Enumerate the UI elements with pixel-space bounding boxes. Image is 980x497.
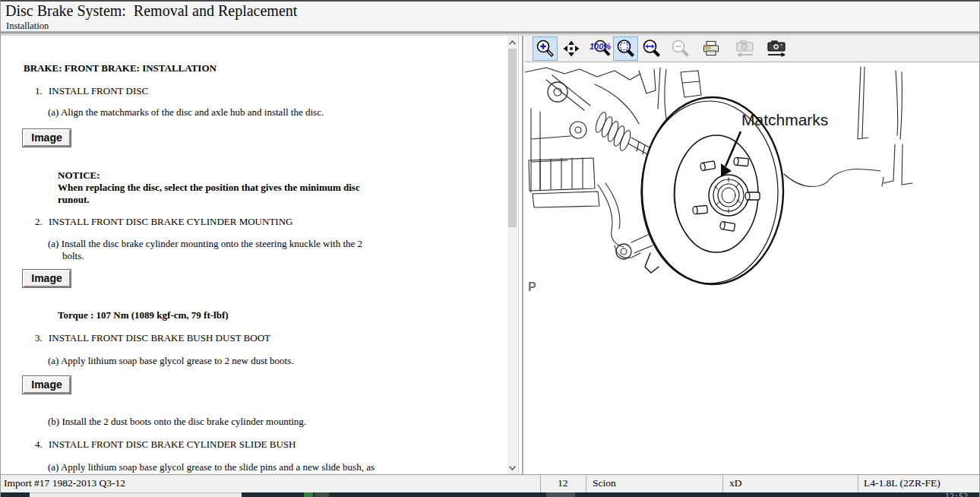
matchmarks-label: Matchmarks — [741, 111, 828, 128]
scrollbar-thumb[interactable] — [508, 49, 517, 227]
title-bar: Disc Brake System: Removal and Replaceme… — [1, 2, 979, 31]
zoom-out-icon — [671, 39, 691, 59]
taskbar-search-box[interactable] — [30, 492, 242, 497]
taskbar-active-app[interactable] — [546, 492, 575, 497]
document-panel: BRAKE: FRONT BRAKE: INSTALLATION 1.INSTA… — [1, 36, 519, 474]
zoom-100-button[interactable]: 100% — [588, 36, 613, 61]
next-image-icon — [765, 39, 788, 59]
step-2a-text: (a) Install the disc brake cylinder moun… — [48, 238, 368, 262]
zoom-fit-width-button[interactable] — [639, 36, 664, 61]
previous-image-button[interactable] — [729, 36, 760, 61]
step-4-title: 4.INSTALL FRONT DISC BRAKE CYLINDER SLID… — [35, 438, 296, 451]
status-model: xD — [722, 475, 858, 493]
status-make: Scion — [586, 475, 722, 493]
previous-image-icon — [733, 39, 756, 59]
notice-text: When replacing the disc, select the posi… — [58, 182, 362, 206]
step-3-number: 3. — [35, 332, 49, 344]
zoom-100-icon: 100% — [590, 39, 612, 59]
step-3-text: INSTALL FRONT DISC BRAKE BUSH DUST BOOT — [49, 332, 270, 343]
zoom-fit-icon — [616, 39, 636, 59]
doc-heading: BRAKE: FRONT BRAKE: INSTALLATION — [24, 62, 217, 74]
image-button-2[interactable]: Image — [23, 270, 71, 287]
scroll-down-button[interactable] — [507, 461, 517, 474]
print-button[interactable] — [698, 36, 723, 61]
status-bar: Import #17 1982-2013 Q3-12 12 Scion xD L… — [1, 474, 979, 492]
document-content: BRAKE: FRONT BRAKE: INSTALLATION 1.INSTA… — [1, 36, 518, 474]
step-2-title: 2.INSTALL FRONT DISC BRAKE CYLINDER MOUN… — [35, 216, 292, 228]
chevron-up-icon — [508, 40, 517, 46]
torque-spec: Torque : 107 Nm (1089 kgf-cm, 79 ft-lbf) — [58, 309, 229, 321]
pan-icon — [561, 39, 581, 59]
brake-disc-diagram: Matchmarks P — [525, 63, 980, 474]
zoom-out-button[interactable] — [668, 36, 693, 61]
status-engine: L4-1.8L (2ZR-FE) — [858, 475, 980, 493]
taskbar-app-icon-green[interactable] — [304, 492, 313, 497]
image-panel: 100% — [525, 36, 980, 474]
chevron-down-icon — [508, 465, 517, 471]
step-1-text: INSTALL FRONT DISC — [49, 85, 148, 97]
step-4a-text: (a) Apply lithium soap base glycol greas… — [48, 461, 386, 474]
taskbar-app-icon-gray[interactable] — [315, 492, 329, 497]
corner-letter: P — [528, 280, 536, 293]
next-image-button[interactable] — [762, 36, 791, 61]
step-1-number: 1. — [35, 85, 49, 97]
step-2-text: INSTALL FRONT DISC BRAKE CYLINDER MOUNTI… — [49, 216, 292, 227]
page-subtitle: Installation — [6, 21, 49, 32]
app-window: Disc Brake System: Removal and Replaceme… — [0, 0, 980, 497]
document-scrollbar[interactable] — [507, 36, 517, 474]
step-3b-text: (b) Install the 2 dust boots onto the di… — [48, 416, 382, 428]
step-3a-text: (a) Apply lithium soap base glycol greas… — [48, 355, 375, 367]
panel-divider[interactable] — [519, 36, 525, 474]
page-title: Disc Brake System: Removal and Replaceme… — [5, 2, 297, 20]
taskbar-strip[interactable]: 12:52 — [1, 492, 979, 497]
image-button-3[interactable]: Image — [23, 376, 71, 394]
print-icon — [701, 39, 721, 59]
notice-label: NOTICE: — [58, 169, 362, 182]
image-toolbar: 100% — [525, 36, 980, 62]
step-1-title: 1.INSTALL FRONT DISC — [35, 85, 148, 97]
pan-button[interactable] — [558, 36, 583, 61]
zoom-in-button[interactable] — [533, 36, 558, 61]
image-button-1[interactable]: Image — [23, 129, 71, 147]
taskbar-clock[interactable]: 12:52 — [945, 493, 968, 497]
step-2-number: 2. — [35, 216, 49, 228]
step-1a-text: (a) Align the matchmarks of the disc and… — [48, 106, 375, 119]
zoom-in-icon — [536, 39, 555, 59]
step-4-text: INSTALL FRONT DISC BRAKE CYLINDER SLIDE … — [49, 438, 296, 450]
status-import-info: Import #17 1982-2013 Q3-12 — [1, 475, 540, 493]
scroll-up-button[interactable] — [507, 36, 517, 49]
status-year: 12 — [540, 475, 586, 493]
zoom-100-label: 100% — [590, 42, 611, 51]
step-4-number: 4. — [35, 438, 49, 451]
zoom-fit-button[interactable] — [613, 36, 638, 61]
diagram-viewport[interactable]: Matchmarks P — [525, 63, 980, 474]
zoom-fit-width-icon — [642, 39, 662, 59]
notice-block: NOTICE: When replacing the disc, select … — [58, 169, 362, 206]
step-3-title: 3.INSTALL FRONT DISC BRAKE BUSH DUST BOO… — [35, 332, 270, 344]
